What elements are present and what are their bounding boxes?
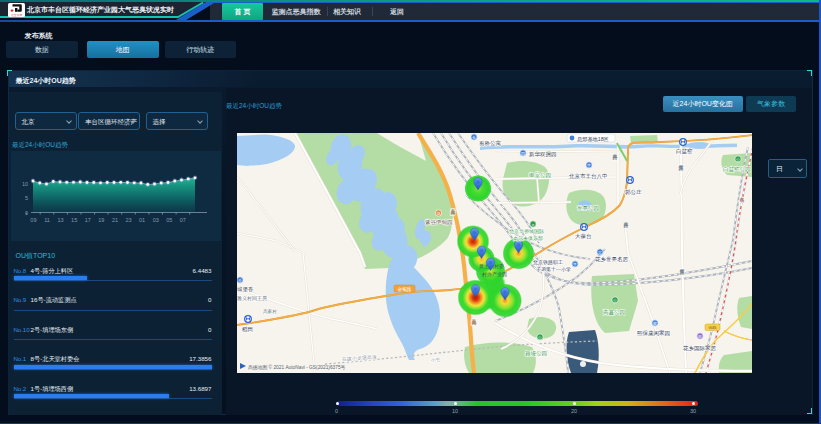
svg-text:白盆窑公园: 白盆窑公园 <box>723 166 751 173</box>
svg-text:高德地图 © 2021 AutoNavi - GS(2021: 高德地图 © 2021 AutoNavi - GS(2021)6375号 <box>248 364 346 371</box>
svg-text:颍堤公园: 颍堤公园 <box>525 350 547 357</box>
svg-text:白盆窑: 白盆窑 <box>676 148 693 155</box>
svg-text:园: 园 <box>521 151 525 156</box>
svg-text:紫谷伊甸园: 紫谷伊甸园 <box>425 219 453 226</box>
svg-text:23: 23 <box>125 217 131 223</box>
svg-text:北京华侨城国际: 北京华侨城国际 <box>509 228 544 235</box>
svg-text:11: 11 <box>44 217 50 223</box>
svg-text:09: 09 <box>30 217 36 223</box>
svg-text:小屯: 小屯 <box>431 357 441 362</box>
svg-text:总部基地18区: 总部基地18区 <box>576 136 609 143</box>
svg-text:村办产业园: 村办产业园 <box>481 271 507 278</box>
svg-text:5: 5 <box>25 195 28 201</box>
svg-text:稻田: 稻田 <box>242 326 253 333</box>
svg-text:居: 居 <box>598 250 602 255</box>
svg-text:雅义村回王房: 雅义村回王房 <box>237 295 267 302</box>
svg-text:高尔夫俱乐部: 高尔夫俱乐部 <box>513 235 543 242</box>
svg-text:花乡国际家居: 花乡国际家居 <box>683 345 717 352</box>
svg-text:03: 03 <box>153 217 159 223</box>
svg-text:高鑫公园: 高鑫公园 <box>603 309 625 316</box>
svg-text:花乡世界名居: 花乡世界名居 <box>595 256 629 263</box>
svg-text:公: 公 <box>613 298 617 303</box>
svg-text:17: 17 <box>85 217 91 223</box>
svg-text:05: 05 <box>166 217 172 223</box>
svg-text:香: 香 <box>238 278 242 283</box>
svg-text:花: 花 <box>437 211 441 216</box>
svg-text:学: 学 <box>573 262 577 267</box>
svg-text:新华双拥园: 新华双拥园 <box>529 151 557 158</box>
svg-text:21: 21 <box>112 217 118 223</box>
svg-text:13: 13 <box>58 217 64 223</box>
svg-text:田: 田 <box>698 334 702 339</box>
svg-text:家: 家 <box>653 321 657 326</box>
svg-text:熙保康闲家园: 熙保康闲家园 <box>637 330 670 337</box>
svg-text:看桥公寓: 看桥公寓 <box>479 140 502 147</box>
svg-text:公: 公 <box>538 335 542 340</box>
svg-text:公: 公 <box>736 157 740 162</box>
svg-text:子弟第十一小学: 子弟第十一小学 <box>536 266 571 273</box>
svg-text:10: 10 <box>22 181 28 187</box>
svg-text:御景公园: 御景公园 <box>528 172 551 179</box>
svg-text:仓: 仓 <box>472 135 476 140</box>
svg-text:07: 07 <box>180 217 186 223</box>
svg-text:郭公庄: 郭公庄 <box>625 189 642 196</box>
svg-text:学: 学 <box>587 163 591 168</box>
svg-text:城堡香: 城堡香 <box>237 286 254 293</box>
svg-text:金银路: 金银路 <box>398 286 412 292</box>
svg-text:大葆台: 大葆台 <box>575 233 592 239</box>
svg-text:01: 01 <box>139 217 145 223</box>
svg-text:G45: G45 <box>709 325 718 330</box>
svg-text:15: 15 <box>71 217 77 223</box>
svg-text:亿立信息: 亿立信息 <box>11 13 22 17</box>
svg-text:19: 19 <box>98 217 104 223</box>
svg-text:北京市丰台八中: 北京市丰台八中 <box>568 173 608 180</box>
svg-text:世界公园: 世界公园 <box>577 205 599 212</box>
svg-text:北京铁路职工: 北京铁路职工 <box>533 259 563 266</box>
